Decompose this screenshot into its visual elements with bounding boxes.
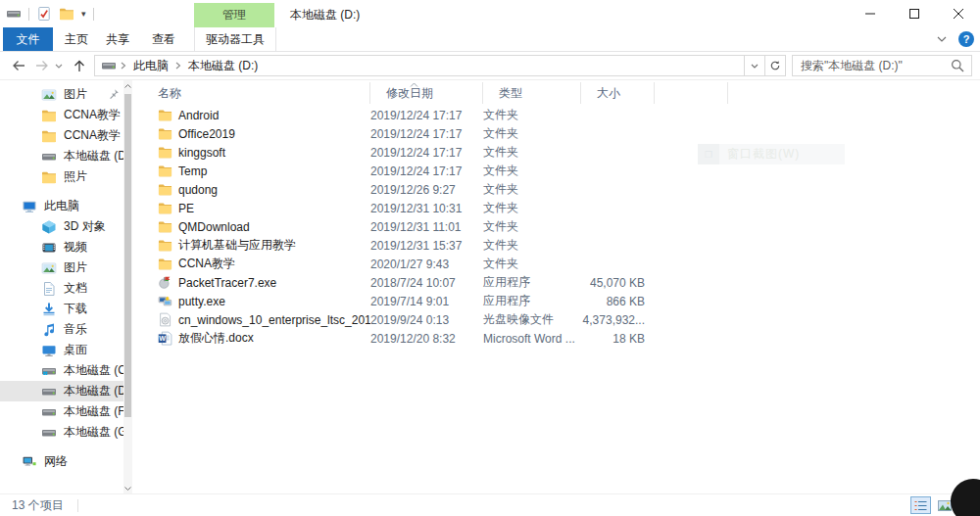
file-row[interactable]: 计算机基础与应用教学2019/12/31 15:37文件夹 [142, 236, 970, 255]
back-button[interactable] [8, 56, 29, 75]
tab-drive-tools[interactable]: 驱动器工具 [194, 27, 276, 51]
file-name-cell[interactable]: W放假心情.docx [142, 330, 370, 347]
search-box[interactable] [792, 55, 972, 76]
file-name-cell[interactable]: kinggsoft [142, 145, 370, 160]
file-row[interactable]: W放假心情.docx2019/12/20 8:32Microsoft Word … [142, 329, 970, 348]
recent-locations-icon[interactable] [51, 56, 67, 75]
maximize-button[interactable] [892, 0, 936, 27]
scroll-up-icon[interactable] [123, 80, 132, 92]
address-dropdown-icon[interactable] [745, 55, 765, 76]
file-row[interactable]: CCNA教学2020/1/27 9:43文件夹 [142, 255, 970, 273]
search-icon[interactable] [950, 58, 965, 73]
folder-icon [41, 128, 57, 144]
breadcrumb-chevron-icon[interactable] [175, 62, 181, 70]
folder-icon [158, 145, 172, 160]
file-name: CCNA教学 [178, 256, 235, 272]
drive-icon [101, 58, 117, 73]
pin-icon [108, 88, 120, 100]
column-header-date[interactable]: 修改日期 [370, 82, 483, 104]
close-button[interactable] [936, 0, 980, 27]
file-row[interactable]: PacketTracer7.exe2018/7/24 10:07应用程序45,0… [142, 273, 970, 292]
file-row[interactable]: Office20192019/12/24 17:17文件夹 [142, 124, 970, 143]
minimize-button[interactable] [848, 0, 892, 27]
folder-icon [158, 108, 172, 122]
file-name-cell[interactable]: CCNA教学 [142, 256, 370, 272]
floating-overlay-button[interactable] [951, 479, 980, 516]
file-row[interactable]: kinggsoft2019/12/24 17:17文件夹 [142, 143, 970, 162]
sidebar-item-folder[interactable]: 照片 [0, 166, 123, 187]
sidebar-item-drive[interactable]: 本地磁盘 (D:) [0, 381, 123, 401]
breadcrumb-this-pc[interactable]: 此电脑 [130, 58, 172, 74]
forward-button[interactable] [31, 56, 53, 75]
file-row[interactable]: Temp2019/12/24 17:17文件夹 [142, 162, 970, 180]
network-icon [22, 454, 37, 470]
properties-check-icon[interactable] [36, 6, 52, 22]
file-type: 文件夹 [483, 107, 581, 123]
file-name-cell[interactable]: PacketTracer7.exe [142, 275, 370, 290]
up-button[interactable] [69, 56, 90, 75]
file-name-cell[interactable]: Office2019 [142, 126, 370, 141]
file-name-cell[interactable]: cn_windows_10_enterprise_ltsc_2019_... [142, 312, 370, 327]
sidebar-scrollbar[interactable] [123, 80, 132, 494]
file-name-cell[interactable]: Android [142, 108, 370, 122]
file-row[interactable]: Android2019/12/24 17:17文件夹 [142, 106, 970, 124]
file-row[interactable]: QMDownload2019/12/31 11:01文件夹 [142, 217, 970, 236]
sidebar-item-downloads[interactable]: 下载 [0, 299, 123, 319]
music-icon [41, 322, 57, 338]
sidebar-item-documents[interactable]: 文档 [0, 278, 123, 299]
details-view-button[interactable] [910, 496, 931, 514]
sidebar-item-objects-3d[interactable]: 3D 对象 [0, 216, 123, 237]
column-header-size[interactable]: 大小 [581, 82, 655, 104]
folder-icon [158, 257, 172, 271]
file-name-cell[interactable]: Temp [142, 164, 370, 178]
customize-dropdown-icon[interactable]: ▾ [81, 10, 86, 19]
tab-file[interactable]: 文件 [3, 27, 53, 51]
file-name-cell[interactable]: 计算机基础与应用教学 [142, 237, 370, 254]
sidebar-item-drive-c[interactable]: 本地磁盘 (C:) [0, 360, 123, 381]
file-name-cell[interactable]: putty.exe [142, 294, 370, 308]
sidebar-item-desktop[interactable]: 桌面 [0, 340, 123, 360]
sidebar-item-this-pc[interactable]: 此电脑 [0, 196, 123, 216]
file-name-cell[interactable]: qudong [142, 182, 370, 197]
tab-view[interactable]: 查看 [142, 27, 185, 51]
file-name-cell[interactable]: PE [142, 201, 370, 215]
file-row[interactable]: putty.exe2019/7/14 9:01应用程序866 KB [142, 292, 970, 310]
file-row[interactable]: qudong2019/12/26 9:27文件夹 [142, 180, 970, 199]
expand-ribbon-icon[interactable] [937, 36, 947, 42]
contextual-tab-manage[interactable]: 管理 [194, 3, 274, 27]
sidebar-item-pictures[interactable]: 图片 [0, 84, 123, 105]
column-header-blank[interactable] [655, 82, 728, 104]
address-bar[interactable]: 此电脑 本地磁盘 (D:) [94, 55, 745, 76]
sidebar-item-drive[interactable]: 本地磁盘 (D:) [0, 146, 123, 166]
column-header-type[interactable]: 类型 [483, 82, 581, 104]
tab-share[interactable]: 共享 [97, 27, 138, 51]
file-date: 2019/12/31 10:31 [370, 202, 483, 215]
sidebar-item-music[interactable]: 音乐 [0, 319, 123, 340]
ghost-label: 窗口截图(W) [719, 146, 800, 163]
sidebar-item-label: 桌面 [64, 342, 87, 358]
sidebar-item-pictures[interactable]: 图片 [0, 258, 123, 278]
sidebar-item-network[interactable]: 网络 [0, 451, 123, 472]
refresh-icon[interactable] [765, 55, 786, 76]
column-header-name[interactable]: 名称 [142, 82, 370, 104]
new-folder-icon[interactable] [59, 6, 74, 22]
file-row[interactable]: cn_windows_10_enterprise_ltsc_2019_...20… [142, 310, 970, 329]
scrollbar-thumb[interactable] [124, 94, 131, 417]
sidebar-item-label: 本地磁盘 (C:) [64, 362, 123, 379]
sidebar-item-folder[interactable]: CCNA教学 [0, 125, 123, 146]
sidebar-item-drive[interactable]: 本地磁盘 (F:) [0, 401, 123, 422]
sidebar-item-folder[interactable]: CCNA教学 [0, 105, 123, 125]
file-row[interactable]: PE2019/12/31 10:31文件夹 [142, 199, 970, 217]
help-icon[interactable]: ? [958, 31, 974, 47]
search-input[interactable] [793, 59, 950, 72]
breadcrumb-chevron-icon[interactable] [121, 62, 126, 70]
sidebar-item-videos[interactable]: 视频 [0, 237, 123, 258]
tab-home[interactable]: 主页 [56, 27, 97, 51]
breadcrumb-current-drive[interactable]: 本地磁盘 (D:) [185, 58, 261, 74]
file-name-cell[interactable]: QMDownload [142, 219, 370, 234]
ghost-window-capture-overlay: ❐ 窗口截图(W) [698, 144, 845, 164]
sidebar-item-drive[interactable]: 本地磁盘 (G:) [0, 422, 123, 443]
window-title: 本地磁盘 (D:) [290, 7, 360, 23]
file-date: 2018/7/24 10:07 [370, 276, 483, 290]
sidebar-item-label: 视频 [64, 239, 87, 256]
